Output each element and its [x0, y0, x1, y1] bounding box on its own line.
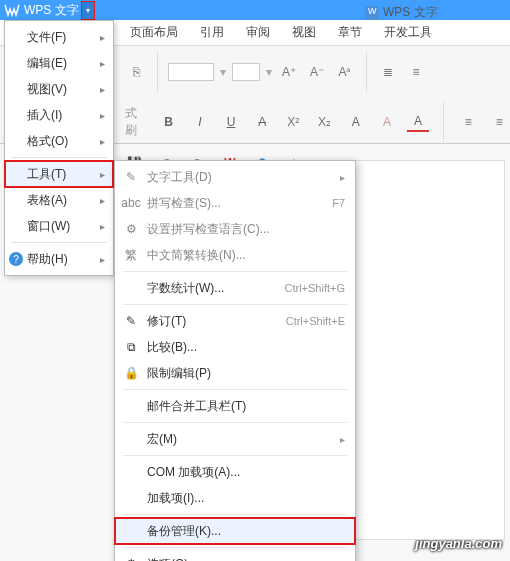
translate-icon: 繁 — [123, 247, 139, 263]
align-left-button[interactable]: ≡ — [458, 112, 479, 132]
bold-button[interactable]: B — [158, 112, 179, 132]
submenu-restrict-edit[interactable]: 🔒限制编辑(P) — [115, 360, 355, 386]
numbering-button[interactable]: ≡ — [405, 62, 427, 82]
chevron-right-icon: ▸ — [100, 58, 105, 69]
tab-review[interactable]: 审阅 — [246, 24, 270, 41]
submenu-addins[interactable]: 加载项(I)... — [115, 485, 355, 511]
submenu-text-tools[interactable]: ✎文字工具(D)▸ — [115, 164, 355, 190]
menu-insert[interactable]: 插入(I)▸ — [5, 102, 113, 128]
chevron-down-icon: ▾ — [86, 6, 90, 15]
submenu-mailmerge[interactable]: 邮件合并工具栏(T) — [115, 393, 355, 419]
menu-window[interactable]: 窗口(W)▸ — [5, 213, 113, 239]
separator — [123, 422, 347, 423]
shortcut-text: Ctrl+Shift+E — [286, 315, 345, 327]
font-name-box[interactable] — [168, 63, 214, 81]
text-tools-icon: ✎ — [123, 169, 139, 185]
separator — [123, 455, 347, 456]
font-color-button[interactable]: A — [345, 112, 366, 132]
italic-button[interactable]: I — [189, 112, 210, 132]
tools-submenu: ✎文字工具(D)▸ abc拼写检查(S)...F7 ⚙设置拼写检查语言(C)..… — [114, 160, 356, 561]
chevron-right-icon: ▸ — [100, 169, 105, 180]
app-logo-icon — [4, 2, 20, 18]
submenu-spellcheck[interactable]: abc拼写检查(S)...F7 — [115, 190, 355, 216]
chevron-right-icon: ▸ — [100, 195, 105, 206]
format-painter-label[interactable]: 式刷 — [125, 105, 148, 139]
spellcheck-icon: abc — [123, 195, 139, 211]
chevron-right-icon: ▸ — [100, 221, 105, 232]
chevron-right-icon: ▸ — [100, 254, 105, 265]
separator — [123, 547, 347, 548]
separator — [366, 52, 367, 92]
menu-format[interactable]: 格式(O)▸ — [5, 128, 113, 154]
chevron-right-icon: ▸ — [340, 172, 345, 183]
language-icon: ⚙ — [123, 221, 139, 237]
chevron-right-icon: ▸ — [100, 84, 105, 95]
strike-button[interactable]: A — [252, 112, 273, 132]
submenu-word-count[interactable]: 字数统计(W)...Ctrl+Shift+G — [115, 275, 355, 301]
toolbar-row-format: 式刷 B I U A X² X₂ A A A ≡ ≡ — [125, 102, 510, 142]
tab-chapter[interactable]: 章节 — [338, 24, 362, 41]
document-icon — [365, 6, 379, 20]
chevron-right-icon: ▸ — [100, 32, 105, 43]
grow-font-button[interactable]: A⁺ — [278, 62, 300, 82]
separator — [443, 102, 444, 142]
font-size-box[interactable] — [232, 63, 260, 81]
menu-view[interactable]: 视图(V)▸ — [5, 76, 113, 102]
menu-file[interactable]: 文件(F)▸ — [5, 24, 113, 50]
underline-button[interactable]: U — [220, 112, 241, 132]
align-center-button[interactable]: ≡ — [489, 112, 510, 132]
menu-tools[interactable]: 工具(T)▸ — [5, 161, 113, 187]
main-menu: 文件(F)▸ 编辑(E)▸ 视图(V)▸ 插入(I)▸ 格式(O)▸ 工具(T)… — [4, 20, 114, 276]
shrink-font-button[interactable]: A⁻ — [306, 62, 328, 82]
submenu-macro[interactable]: 宏(M)▸ — [115, 426, 355, 452]
submenu-revisions[interactable]: ✎修订(T)Ctrl+Shift+E — [115, 308, 355, 334]
shortcut-text: F7 — [332, 197, 345, 209]
shortcut-text: Ctrl+Shift+G — [284, 282, 345, 294]
tab-references[interactable]: 引用 — [200, 24, 224, 41]
submenu-simplified-traditional[interactable]: 繁中文简繁转换(N)... — [115, 242, 355, 268]
document-area — [355, 160, 505, 540]
gear-icon: ⚙ — [123, 556, 139, 561]
compare-icon: ⧉ — [123, 339, 139, 355]
lock-icon: 🔒 — [123, 365, 139, 381]
separator — [123, 271, 347, 272]
submenu-spell-lang[interactable]: ⚙设置拼写检查语言(C)... — [115, 216, 355, 242]
text-color-button[interactable]: A — [407, 112, 428, 132]
submenu-compare[interactable]: ⧉比较(B)... — [115, 334, 355, 360]
subscript-button[interactable]: X₂ — [314, 112, 335, 132]
change-case-button[interactable]: Aᵃ — [334, 62, 356, 82]
copy-icon[interactable]: ⎘ — [125, 62, 147, 82]
menu-help[interactable]: 帮助(H)▸ — [5, 246, 113, 272]
chevron-right-icon: ▸ — [100, 110, 105, 121]
highlight-button[interactable]: A — [376, 112, 397, 132]
tab-view[interactable]: 视图 — [292, 24, 316, 41]
revisions-icon: ✎ — [123, 313, 139, 329]
app-title: WPS 文字 — [24, 2, 79, 19]
separator — [157, 52, 158, 92]
separator — [123, 304, 347, 305]
menu-edit[interactable]: 编辑(E)▸ — [5, 50, 113, 76]
chevron-right-icon: ▸ — [340, 434, 345, 445]
document-tab[interactable]: WPS 文字 — [365, 4, 438, 21]
separator — [11, 242, 107, 243]
separator — [123, 514, 347, 515]
superscript-button[interactable]: X² — [283, 112, 304, 132]
submenu-backup-manage[interactable]: 备份管理(K)... — [115, 518, 355, 544]
toolbar-row-font: ⎘ ▾ ▾ A⁺ A⁻ Aᵃ ≣ ≡ — [125, 52, 510, 92]
separator — [123, 389, 347, 390]
submenu-com-addins[interactable]: COM 加载项(A)... — [115, 459, 355, 485]
title-dropdown-button[interactable]: ▾ — [81, 1, 95, 20]
separator — [11, 157, 107, 158]
submenu-options[interactable]: ⚙选项(O)... — [115, 551, 355, 561]
menu-table[interactable]: 表格(A)▸ — [5, 187, 113, 213]
tab-page-layout[interactable]: 页面布局 — [130, 24, 178, 41]
chevron-right-icon: ▸ — [100, 136, 105, 147]
document-tab-label: WPS 文字 — [383, 4, 438, 21]
tab-developer[interactable]: 开发工具 — [384, 24, 432, 41]
bullets-button[interactable]: ≣ — [377, 62, 399, 82]
